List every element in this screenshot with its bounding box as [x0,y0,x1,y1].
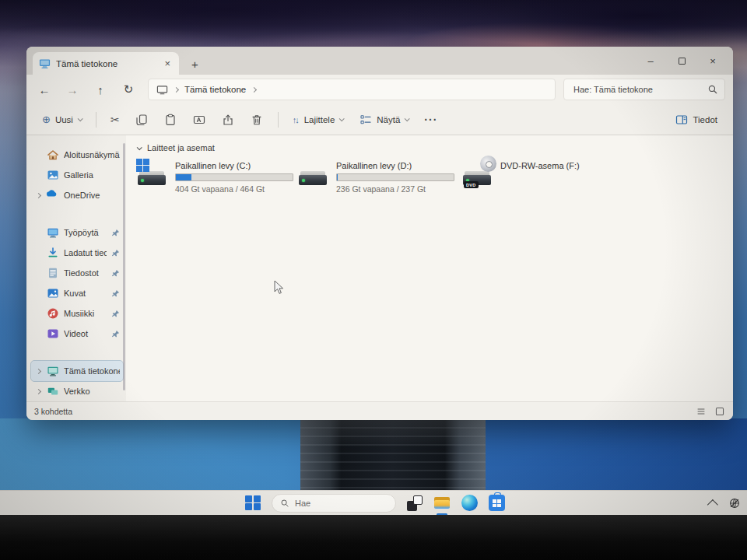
music-icon [47,307,59,320]
breadcrumb[interactable]: Tämä tietokone [148,79,556,100]
chevron-right-icon[interactable] [34,369,42,373]
task-view-button[interactable] [407,495,423,511]
explorer-body: Aloitusnäkymä Galleria OneDrive Työpöytä… [26,135,733,401]
chevron-right-icon [174,86,179,92]
chevron-down-icon [137,145,142,150]
plus-circle-icon: ⊕ [42,114,51,125]
search-placeholder: Hae: Tämä tietokone [573,85,707,94]
search-input[interactable]: Hae: Tämä tietokone [563,79,725,100]
laptop-screen: Tämä tietokone × + – × ← → ↑ ↻ Tämä [0,0,747,515]
drive-item-drive-d[interactable]: Paikallinen levy (D:) 236 Gt vapaana / 2… [298,160,458,194]
hidden-icons-chevron[interactable] [707,499,718,510]
drive-item-dvd-f[interactable]: DVD DVD-RW-asema (F:) [462,160,622,187]
desktop-icon [47,226,59,239]
hard-drive-icon [298,160,329,187]
breadcrumb-path[interactable]: Tämä tietokone [184,85,246,94]
rename-icon [193,113,206,126]
chevron-right-icon[interactable] [34,390,42,394]
drive-item-drive-c[interactable]: Paikallinen levy (C:) 404 Gt vapaana / 4… [137,160,296,194]
back-button[interactable]: ← [31,79,58,100]
tab-title: Tämä tietokone [56,59,156,68]
laptop-bezel [0,515,747,560]
microsoft-store-icon[interactable] [489,495,505,511]
section-devices-and-drives[interactable]: Laitteet ja asemat [137,143,215,152]
sidebar-item-pictures[interactable]: Kuvat [31,283,123,303]
chevron-right-icon [251,86,257,92]
status-bar: 3 kohdetta [26,401,733,420]
sidebar-item-network[interactable]: Verkko [31,381,123,401]
cut-icon: ✂ [110,114,120,126]
share-icon [222,113,235,126]
view-layout-icon [359,113,372,126]
taskbar-search-placeholder: Hae [295,499,310,508]
sort-button-label: Lajittele [304,115,335,124]
sidebar-item-label: OneDrive [64,191,120,200]
sidebar-scrollbar[interactable] [123,143,125,390]
forward-button[interactable]: → [59,79,86,100]
pc-icon [47,365,59,377]
sidebar-item-label: Ladatut tiedostot [64,248,107,257]
sidebar-item-videos[interactable]: Videot [31,324,123,344]
new-tab-button[interactable]: + [191,58,198,71]
network-icon [47,385,59,397]
edge-browser-icon[interactable] [461,495,478,511]
hard-drive-icon [137,160,168,187]
home-icon [47,149,59,161]
onedrive-icon [47,189,59,201]
toolbar-divider [96,112,96,128]
file-explorer-taskbar-icon[interactable] [433,495,451,512]
item-count: 3 kohdetta [34,407,72,416]
sidebar-item-music[interactable]: Musiikki [31,303,123,324]
chevron-right-icon[interactable] [34,194,42,198]
sidebar-item-documents[interactable]: Tiedostot [31,263,123,283]
up-button[interactable]: ↑ [87,79,114,100]
videos-icon [47,327,59,340]
drive-name: Paikallinen levy (C:) [175,161,296,170]
new-button[interactable]: ⊕ Uusi [36,108,88,131]
laptop-photo: Tämä tietokone × + – × ← → ↑ ↻ Tämä [0,0,747,560]
paste-button[interactable] [158,108,184,131]
more-options-button[interactable]: ··· [418,108,444,131]
list-view-toggle[interactable] [696,406,707,417]
start-button[interactable] [245,495,261,511]
taskbar-search[interactable]: Hae [272,494,396,513]
sidebar-item-label: Verkko [64,387,120,396]
copy-button[interactable] [129,108,155,131]
chevron-down-icon [405,116,410,121]
sort-button[interactable]: ↑↓ Lajittele [286,108,350,131]
file-explorer-window: Tämä tietokone × + – × ← → ↑ ↻ Tämä [26,47,733,420]
sidebar-item-gallery[interactable]: Galleria [31,165,123,185]
sidebar-group-gap [31,205,123,222]
close-button[interactable]: × [697,49,728,72]
sidebar-item-this-pc[interactable]: Tämä tietokone [31,361,123,381]
cut-button[interactable]: ✂ [104,108,126,131]
dvd-badge: DVD [464,181,479,188]
sidebar-item-onedrive[interactable]: OneDrive [31,185,123,205]
sidebar-item-label: Kuvat [64,289,107,298]
tab-close-icon[interactable]: × [162,58,173,69]
drive-usage-bar [175,173,293,181]
minimize-button[interactable]: – [635,49,666,72]
no-internet-icon[interactable] [728,497,741,509]
delete-button[interactable] [244,108,270,131]
view-button[interactable]: Näytä [352,108,415,131]
thumbnail-view-toggle[interactable] [714,406,725,417]
sidebar-item-desktop[interactable]: Työpöytä [31,222,123,243]
refresh-button[interactable]: ↻ [115,79,142,100]
sidebar-item-home[interactable]: Aloitusnäkymä [31,145,123,165]
section-title: Laitteet ja asemat [147,143,215,152]
pictures-icon [47,287,59,299]
maximize-button[interactable] [666,49,697,72]
sidebar-item-label: Musiikki [64,309,107,318]
window-controls: – × [635,47,728,75]
chevron-down-icon [339,116,345,121]
share-button[interactable] [216,108,241,131]
rename-button[interactable] [187,108,212,131]
tab-this-pc[interactable]: Tämä tietokone × [33,52,179,75]
navigation-pane: Aloitusnäkymä Galleria OneDrive Työpöytä… [26,135,126,401]
sidebar-item-label: Tiedostot [64,268,107,278]
details-pane-button[interactable]: Tiedot [668,108,724,131]
sidebar-item-downloads[interactable]: Ladatut tiedostot [31,243,123,263]
pin-icon [111,249,120,257]
navigation-bar: ← → ↑ ↻ Tämä tietokone Hae: Tämä tietoko… [26,75,733,104]
